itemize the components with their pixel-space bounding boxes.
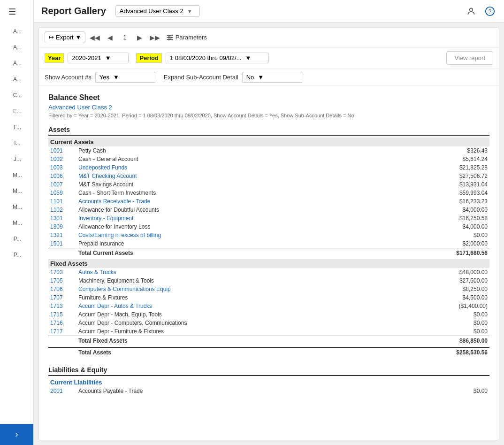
svg-point-6	[168, 35, 169, 36]
table-row: 1713 Accum Depr - Autos & Trucks ($1,400…	[48, 302, 489, 310]
expand-detail-value: No	[246, 74, 254, 81]
sidebar-item-m3[interactable]: M...	[0, 199, 33, 215]
sidebar-item-m2[interactable]: M...	[0, 183, 33, 199]
svg-text:?: ?	[489, 8, 492, 15]
sidebar: ☰ A... A... A... A... C... E... F... I..…	[0, 0, 34, 445]
svg-point-7	[170, 37, 171, 38]
report-dropdown-label: Advanced User Class 2	[120, 8, 183, 15]
table-row: 1706 Computers & Communications Equip $8…	[48, 285, 489, 293]
year-chevron-icon: ▼	[105, 54, 111, 61]
topbar: Report Gallery Advanced User Class 2 ▼ ?	[34, 0, 504, 23]
report-title: Balance Sheet	[48, 93, 489, 102]
report-dropdown[interactable]: Advanced User Class 2 ▼	[115, 5, 200, 17]
period-value: 1 08/03/2020 thru 09/02/...	[170, 54, 242, 61]
table-row: 1059 Cash - Short Term Investments $59,9…	[48, 189, 489, 197]
prev-page-button[interactable]: ◀	[104, 32, 115, 43]
table-row: 1001 Petty Cash $326.43	[48, 146, 489, 155]
svg-point-0	[470, 8, 473, 11]
fixed-assets-header: Fixed Assets	[48, 259, 489, 268]
table-row: 1321 Costs/Earning in excess of billing …	[48, 231, 489, 239]
sidebar-item-a1[interactable]: A...	[0, 23, 33, 39]
expand-detail-chevron-icon: ▼	[258, 74, 264, 81]
help-icon[interactable]: ?	[483, 5, 496, 18]
content-wrapper: ↦ Export ▼ ◀◀ ◀ 1 ▶ ▶▶ Parameters	[34, 23, 504, 445]
table-row: 1703 Autos & Trucks $48,000.00	[48, 268, 489, 276]
table-row: 1715 Accum Depr - Mach, Equip, Tools $0.…	[48, 310, 489, 319]
current-assets-total-row: Total Current Assets $171,680.56	[48, 248, 489, 258]
table-row: 1717 Accum Depr - Furniture & Fixtures $…	[48, 327, 489, 336]
sidebar-item-e[interactable]: E...	[0, 103, 33, 119]
period-label: Period	[136, 53, 161, 63]
total-assets-row: Total Assets $258,530.56	[48, 347, 489, 357]
table-row: 1003 Undeposited Funds $21,825.28	[48, 163, 489, 172]
sidebar-item-i[interactable]: I...	[0, 135, 33, 151]
table-row: 1707 Furniture & Fixtures $4,500.00	[48, 293, 489, 302]
sidebar-expand-button[interactable]: ›	[0, 424, 33, 445]
page-number: 1	[119, 33, 130, 42]
report-filter-text: Filtered by = Year = 2020-2021, Period =…	[48, 113, 489, 118]
export-label: Export	[56, 34, 74, 41]
first-page-button[interactable]: ◀◀	[89, 32, 100, 43]
sidebar-item-f[interactable]: F...	[0, 119, 33, 135]
report-content: Balance Sheet Advanced User Class 2 Filt…	[39, 86, 499, 440]
report-panel: ↦ Export ▼ ◀◀ ◀ 1 ▶ ▶▶ Parameters	[38, 27, 499, 440]
period-select[interactable]: 1 08/03/2020 thru 09/02/... ▼	[166, 53, 269, 63]
table-row: 1101 Accounts Receivable - Trade $16,233…	[48, 197, 489, 206]
year-value: 2020-2021	[72, 54, 101, 61]
show-accounts-chevron-icon: ▼	[113, 74, 119, 81]
parameters-label: Parameters	[176, 34, 207, 41]
show-accounts-value: Yes	[99, 74, 109, 81]
period-chevron-icon: ▼	[245, 54, 251, 61]
year-label: Year	[45, 53, 64, 63]
sidebar-item-p2[interactable]: P...	[0, 247, 33, 263]
sidebar-item-p1[interactable]: P...	[0, 231, 33, 247]
year-select[interactable]: 2020-2021 ▼	[68, 53, 129, 63]
current-liabilities-table: 2001 Accounts Payable - Trade $0.00	[48, 387, 489, 395]
expand-detail-select[interactable]: No ▼	[242, 72, 303, 83]
table-row: 1006 M&T Checking Account $27,506.72	[48, 172, 489, 180]
export-arrow-icon: ↦	[49, 34, 54, 41]
table-row: 1705 Machinery, Equipment & Tools $27,50…	[48, 276, 489, 285]
table-row: 1501 Prepaid Insurance $2,000.00	[48, 239, 489, 248]
expand-icon: ›	[15, 430, 18, 439]
table-row: 1309 Allowance for Inventory Loss $4,000…	[48, 222, 489, 231]
sidebar-item-m4[interactable]: M...	[0, 215, 33, 231]
next-page-button[interactable]: ▶	[134, 32, 145, 43]
table-row: 1002 Cash - General Account $5,614.24	[48, 155, 489, 163]
export-chevron-icon: ▼	[76, 34, 82, 41]
show-accounts-label: Show Account #s	[45, 74, 92, 81]
show-accounts-group: Show Account #s Yes ▼	[45, 72, 156, 83]
main-area: Report Gallery Advanced User Class 2 ▼ ?…	[34, 0, 504, 445]
expand-detail-label: Expand Sub-Account Detail	[164, 74, 238, 81]
report-toolbar: ↦ Export ▼ ◀◀ ◀ 1 ▶ ▶▶ Parameters	[39, 28, 499, 47]
menu-toggle[interactable]: ☰	[0, 0, 33, 23]
report-subtitle: Advanced User Class 2	[48, 104, 489, 111]
assets-section-header: Assets	[48, 126, 489, 136]
view-report-button[interactable]: View report	[446, 51, 493, 65]
user-icon[interactable]	[465, 5, 478, 18]
fixed-assets-table: 1703 Autos & Trucks $48,000.00 1705 Mach…	[48, 268, 489, 345]
expand-detail-group: Expand Sub-Account Detail No ▼	[164, 72, 303, 83]
topbar-actions: ?	[465, 5, 496, 18]
table-row: 1301 Inventory - Equipment $16,250.58	[48, 214, 489, 222]
show-accounts-select[interactable]: Yes ▼	[95, 72, 156, 83]
sidebar-item-m1[interactable]: M...	[0, 167, 33, 183]
filters-row-1: Year 2020-2021 ▼ Period 1 08/03/2020 thr…	[39, 47, 499, 69]
export-button[interactable]: ↦ Export ▼	[45, 31, 85, 43]
sidebar-item-c[interactable]: C...	[0, 87, 33, 103]
sidebar-item-a2[interactable]: A...	[0, 39, 33, 55]
sidebar-item-a4[interactable]: A...	[0, 71, 33, 87]
liabilities-equity-section-header: Liabilities & Equity	[48, 366, 489, 376]
parameters-button[interactable]: Parameters	[166, 34, 207, 41]
current-liabilities-header: Current Liabilities	[48, 378, 489, 387]
period-filter-group: Period 1 08/03/2020 thru 09/02/... ▼	[136, 53, 268, 63]
last-page-button[interactable]: ▶▶	[149, 32, 160, 43]
table-row: 1102 Allowance for Doubtful Accounts $4,…	[48, 206, 489, 214]
table-row: 1007 M&T Savings Account $13,931.04	[48, 180, 489, 189]
sidebar-item-j[interactable]: J...	[0, 151, 33, 167]
year-filter-group: Year 2020-2021 ▼	[45, 53, 129, 63]
sidebar-item-a3[interactable]: A...	[0, 55, 33, 71]
chevron-down-icon: ▼	[187, 8, 192, 14]
table-row: 2001 Accounts Payable - Trade $0.00	[48, 387, 489, 395]
app-title: Report Gallery	[41, 6, 106, 16]
